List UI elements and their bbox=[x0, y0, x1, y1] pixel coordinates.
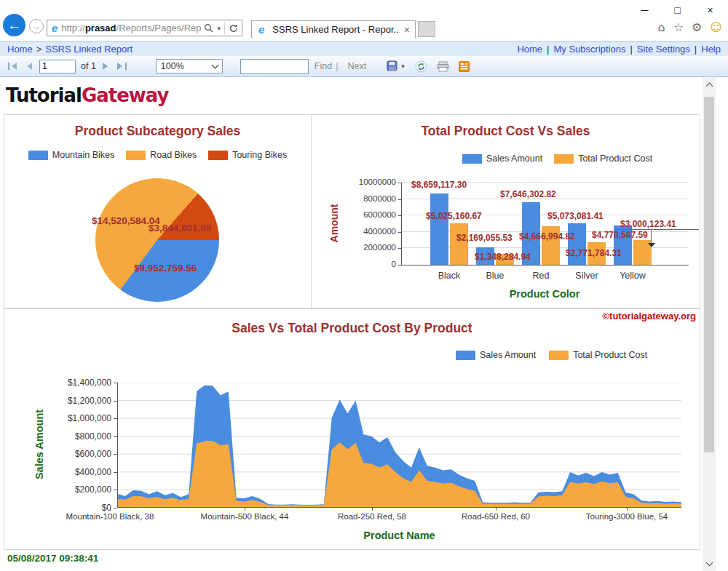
find-link[interactable]: Find bbox=[314, 61, 332, 71]
area-ytick-label: $200,000 bbox=[50, 484, 111, 495]
breadcrumb-current-link[interactable]: SSRS Linked Report bbox=[45, 44, 132, 55]
home-icon[interactable]: ⌂ bbox=[657, 22, 665, 33]
data-feed-button[interactable] bbox=[459, 61, 470, 72]
portal-link-my-subscriptions[interactable]: My Subscriptions bbox=[553, 44, 625, 55]
find-input[interactable] bbox=[240, 59, 309, 74]
bar-labels: $8,659,117.30$2,169,055.53$7,646,302.82$… bbox=[312, 115, 700, 308]
area-ytick-label: $600,000 bbox=[50, 449, 111, 459]
find-separator: | bbox=[336, 61, 338, 71]
scroll-up-button[interactable] bbox=[703, 79, 716, 91]
feedback-smiley-icon[interactable]: ☺ bbox=[710, 22, 722, 33]
bar-value-label: $7,646,302.82 bbox=[500, 189, 556, 199]
area-ytick-label: $1,200,000 bbox=[50, 396, 111, 406]
portal-link-home[interactable]: Home bbox=[517, 44, 542, 55]
next-link[interactable]: Next bbox=[347, 61, 366, 71]
browser-action-icons: ⌂ ☆ ⚙ ☺ bbox=[657, 22, 722, 33]
area-svg bbox=[117, 383, 681, 508]
tab-ssrs-linked-report[interactable]: e SSRS Linked Report - Repor... × bbox=[251, 20, 416, 38]
favorites-star-icon[interactable]: ☆ bbox=[673, 22, 684, 33]
bar-chart-panel: Total Product Cost Vs Sales Sales Amount… bbox=[312, 114, 700, 308]
pie-value-touring-bikes: $3,844,801.05 bbox=[149, 223, 211, 233]
area-chart-title: Sales Vs Total Product Cost By Product bbox=[4, 321, 700, 336]
links-separator: | bbox=[547, 44, 549, 55]
legend-item: Mountain Bikes bbox=[28, 150, 114, 160]
address-bar[interactable]: e http://prasad/Reports/Pages/Report.asp… bbox=[47, 20, 242, 36]
bar-value-label: $3,000,123.41 bbox=[620, 219, 676, 229]
next-page-button[interactable] bbox=[102, 62, 110, 71]
copyright-text: ©tutorialgateway.org bbox=[602, 311, 696, 322]
area-x-axis-title: Product Name bbox=[117, 530, 681, 541]
area-xtick-label: Road-650 Red, 60 bbox=[462, 512, 530, 521]
export-floppy-icon bbox=[387, 60, 399, 72]
portal-link-site-settings[interactable]: Site Settings bbox=[637, 44, 690, 55]
pie-chart-panel: Product Subcategory Sales Mountain Bikes… bbox=[4, 114, 312, 308]
tick-mark bbox=[114, 383, 117, 383]
area-legend: Sales AmountTotal Product Cost bbox=[456, 350, 647, 360]
tick-mark bbox=[114, 436, 117, 437]
report-body: TutorialGateway Product Subcategory Sale… bbox=[0, 77, 703, 571]
tick-mark bbox=[114, 508, 117, 508]
area-xtick-label: Touring-3000 Blue, 54 bbox=[586, 512, 668, 521]
export-dropdown-icon: ▾ bbox=[401, 63, 405, 70]
area-y-axis-title: Sales Amount bbox=[33, 394, 45, 495]
last-page-button[interactable] bbox=[116, 62, 127, 71]
area-plot: $0$200,000$400,000$600,000$800,000$1,000… bbox=[117, 383, 681, 508]
back-icon: ← bbox=[7, 17, 21, 33]
legend-swatch bbox=[456, 351, 475, 360]
previous-page-button[interactable] bbox=[25, 62, 33, 71]
url-path: /Reports/Pages/Report.aspx?I bbox=[116, 23, 202, 33]
navigation-bar: ← → e http://prasad/Reports/Pages/Report… bbox=[0, 20, 728, 41]
bar-value-label: $1,348,284.94 bbox=[475, 252, 531, 262]
divider bbox=[224, 23, 225, 34]
area-ytick-label: $400,000 bbox=[50, 467, 111, 477]
area-ytick-label: $0 bbox=[50, 503, 111, 513]
print-button[interactable] bbox=[437, 61, 449, 72]
breadcrumb-bar: Home > SSRS Linked Report Home|My Subscr… bbox=[0, 41, 728, 56]
vertical-scrollbar[interactable] bbox=[703, 77, 716, 571]
tab-close-icon[interactable]: × bbox=[404, 24, 410, 36]
portal-links: Home|My Subscriptions|Site Settings|Help bbox=[517, 44, 721, 55]
settings-gear-icon[interactable]: ⚙ bbox=[692, 22, 702, 33]
chevron-up-icon bbox=[705, 82, 713, 89]
url-text[interactable]: http://prasad/Reports/Pages/Report.aspx?… bbox=[61, 23, 201, 33]
search-icon[interactable] bbox=[204, 23, 213, 33]
scroll-down-button[interactable] bbox=[703, 557, 716, 570]
area-ytick-label: $1,000,000 bbox=[50, 413, 111, 423]
portal-link-help[interactable]: Help bbox=[701, 44, 721, 55]
export-button[interactable]: ▾ bbox=[387, 60, 405, 72]
back-button[interactable]: ← bbox=[3, 14, 25, 36]
tick-mark bbox=[372, 508, 373, 511]
scrollbar-thumb[interactable] bbox=[704, 97, 714, 452]
ie-page-icon: e bbox=[52, 23, 58, 33]
new-tab-button[interactable] bbox=[418, 21, 435, 37]
legend-swatch bbox=[28, 151, 48, 160]
pie-chart-title: Product Subcategory Sales bbox=[4, 124, 311, 139]
legend-item: Sales Amount bbox=[456, 350, 536, 360]
area-ytick-label: $1,400,000 bbox=[50, 378, 111, 388]
bar-value-label: $2,169,055.53 bbox=[456, 233, 513, 243]
label-callout-pointer bbox=[651, 229, 652, 244]
breadcrumb-home-link[interactable]: Home bbox=[7, 44, 33, 55]
bar-x-axis-title: Product Color bbox=[401, 288, 688, 300]
area-xtick-label: Mountain-100 Black, 38 bbox=[66, 512, 154, 521]
zoom-select[interactable]: 100% bbox=[156, 59, 223, 73]
address-dropdown-icon[interactable]: ▾ bbox=[217, 25, 221, 32]
area-ytick-label: $800,000 bbox=[50, 431, 111, 442]
logo-text-gateway: Gateway bbox=[82, 84, 169, 106]
first-page-button[interactable] bbox=[7, 62, 18, 71]
tutorialgateway-logo: TutorialGateway bbox=[6, 84, 169, 106]
minimize-button[interactable]: ─ bbox=[628, 1, 661, 20]
tick-mark bbox=[114, 490, 117, 490]
legend-label: Total Product Cost bbox=[573, 350, 647, 360]
maximize-button[interactable]: □ bbox=[661, 1, 694, 20]
data-feed-icon bbox=[459, 61, 470, 72]
tick-mark bbox=[496, 508, 496, 511]
page-number-input[interactable] bbox=[39, 60, 76, 73]
close-button[interactable]: × bbox=[694, 1, 727, 20]
breadcrumb-separator: > bbox=[36, 44, 42, 55]
refresh-report-button[interactable] bbox=[415, 60, 427, 73]
legend-label: Sales Amount bbox=[480, 350, 536, 360]
legend-item: Touring Bikes bbox=[208, 150, 287, 160]
forward-button[interactable]: → bbox=[29, 19, 44, 33]
refresh-page-icon[interactable] bbox=[229, 23, 239, 33]
